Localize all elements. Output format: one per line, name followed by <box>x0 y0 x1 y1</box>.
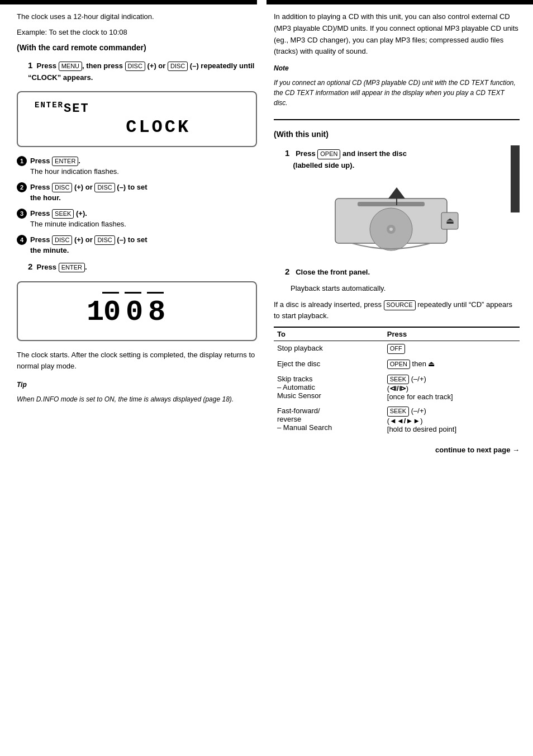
substep2-text: Press DISC (+) or DISC (–) to setthe hou… <box>30 182 147 204</box>
svg-rect-8 <box>358 202 425 206</box>
key-disc-plus: DISC <box>125 62 145 71</box>
top-bar-left <box>0 0 257 4</box>
intro-line1: The clock uses a 12-hour digital indicat… <box>17 11 257 22</box>
svg-rect-6 <box>147 292 164 294</box>
substep2: 2 Press DISC (+) or DISC (–) to setthe h… <box>17 182 257 204</box>
substep3-text: Press SEEK (+). The minute indication fl… <box>30 208 126 230</box>
substep3: 3 Press SEEK (+). The minute indication … <box>17 208 257 230</box>
key-enter-2: ENTER <box>59 263 85 272</box>
tip-label: Tip <box>17 380 257 390</box>
note-label: Note <box>274 63 520 73</box>
skip-symbols: ⧏/⧐ <box>389 384 406 393</box>
right-step1: 1 Press OPEN and insert the disc (labell… <box>274 147 520 171</box>
action-table: To Press Stop playback OFF Eject the dis… <box>274 327 520 436</box>
step2-block: 2 Press ENTER. <box>17 261 257 273</box>
source-note-1: If a disc is already inserted, press <box>274 300 384 309</box>
right-step1-text: 1 Press OPEN and insert the disc (labell… <box>285 147 520 171</box>
intro-line2: Example: To set the clock to 10:08 <box>17 27 257 38</box>
table-row: Fast-forward/reverse– Manual Search SEEK… <box>274 404 520 436</box>
step1-block: 1 Press MENU, then press DISC (+) or DIS… <box>17 59 257 83</box>
row2-to: Eject the disc <box>274 357 384 372</box>
right-step2-text: 2 Close the front panel. <box>285 266 520 278</box>
substep4: 4 Press DISC (+) or DISC (–) to setthe m… <box>17 234 257 256</box>
time-display-svg: 1 0 0 8 <box>81 291 193 324</box>
key-enter-1: ENTER <box>52 157 78 166</box>
step1-number: 1 <box>28 60 32 70</box>
key-disc-2b: DISC <box>94 183 115 192</box>
substep1-text: Press ENTER. The hour indication flashes… <box>30 155 119 177</box>
tip-block: Tip When D.INFO mode is set to ON, the t… <box>17 380 257 404</box>
right-column: In addition to playing a CD with this un… <box>274 11 520 460</box>
step1-text: 1 Press MENU, then press DISC (+) or DIS… <box>28 59 257 83</box>
right-step2: 2 Close the front panel. Playback starts… <box>274 266 520 294</box>
step1-press: Press MENU, then press DISC (+) or DISC … <box>28 62 254 82</box>
substep1: 1 Press ENTER. The hour indication flash… <box>17 155 257 177</box>
source-note: If a disc is already inserted, press SOU… <box>274 299 520 321</box>
key-seek-ff: SEEK <box>387 407 409 416</box>
ff-symbols: ◄◄/►► <box>389 417 420 425</box>
svg-point-11 <box>389 228 393 231</box>
table-row: Stop playback OFF <box>274 341 520 357</box>
substep3-num: 3 <box>17 209 27 219</box>
substep3-sub: The minute indication flashes. <box>30 220 126 228</box>
display-line1: ENTERSET <box>29 101 245 117</box>
continue-line: continue to next page → <box>274 445 520 456</box>
row3-press: SEEK (–/+) (⧏/⧐) [once for each track] <box>384 372 520 404</box>
substep1-sub: The hour indication flashes. <box>30 167 119 176</box>
right-intro: In addition to playing a CD with this un… <box>274 11 520 58</box>
section-heading-left: (With the card remote commander) <box>17 42 257 54</box>
row3-to: Skip tracks– AutomaticMusic Sensor <box>274 372 384 404</box>
key-seek-3: SEEK <box>52 209 74 219</box>
svg-text:⏏: ⏏ <box>446 216 454 225</box>
cd-illustration-container: ⏏ <box>274 176 520 260</box>
substep4-text: Press DISC (+) or DISC (–) to setthe min… <box>30 234 147 256</box>
right-step1-number: 1 <box>285 148 289 158</box>
row1-press: OFF <box>384 341 520 357</box>
key-menu: MENU <box>59 62 82 71</box>
display-time: 1 0 0 8 <box>29 291 245 332</box>
section-heading-right: (With this unit) <box>274 129 520 140</box>
right-step2-sub: Playback starts automatically. <box>291 283 520 294</box>
clock-start-text: The clock starts. After the clock settin… <box>17 349 257 371</box>
left-column: The clock uses a 12-hour digital indicat… <box>17 11 257 409</box>
key-disc-4a: DISC <box>52 235 72 245</box>
black-sidebar <box>511 145 520 212</box>
row4-to: Fast-forward/reverse– Manual Search <box>274 404 384 436</box>
table-row: Skip tracks– AutomaticMusic Sensor SEEK … <box>274 372 520 404</box>
note-text: If you connect an optional CD (MP3 playa… <box>274 78 520 108</box>
row2-press: OPEN then ⏏ <box>384 357 520 372</box>
key-disc-4b: DISC <box>94 235 115 245</box>
row1-to: Stop playback <box>274 341 384 357</box>
key-open-eject: OPEN <box>387 360 410 369</box>
svg-rect-4 <box>125 292 141 294</box>
key-source: SOURCE <box>384 300 416 310</box>
substep2-num: 2 <box>17 182 27 192</box>
key-off: OFF <box>387 344 405 353</box>
svg-text:0: 0 <box>103 296 122 324</box>
row4-press: SEEK (–/+) (◄◄/►►) [hold to desired poin… <box>384 404 520 436</box>
col-header-to: To <box>274 327 384 341</box>
key-seek-skip: SEEK <box>387 375 409 384</box>
page: The clock uses a 12-hour digital indicat… <box>0 0 533 756</box>
right-step2-heading: Close the front panel. <box>296 268 370 276</box>
step2-text: 2 Press ENTER. <box>28 261 257 273</box>
col-header-press: Press <box>384 327 520 341</box>
tip-text: When D.INFO mode is set to ON, the time … <box>17 394 257 404</box>
substep4-num: 4 <box>17 235 27 245</box>
display-1008: 1 0 0 8 <box>17 281 257 341</box>
key-open: OPEN <box>317 149 340 159</box>
table-head: To Press <box>274 327 520 341</box>
key-disc-minus: DISC <box>168 62 188 71</box>
right-step2-number: 2 <box>285 267 289 276</box>
svg-rect-2 <box>102 292 119 294</box>
table-header-row: To Press <box>274 327 520 341</box>
table-body: Stop playback OFF Eject the disc OPEN th… <box>274 341 520 436</box>
substep1-num: 1 <box>17 156 27 166</box>
svg-text:8: 8 <box>148 296 167 324</box>
cd-player-svg: ⏏ <box>324 182 469 254</box>
step2-number: 2 <box>28 262 32 271</box>
svg-marker-14 <box>388 187 405 199</box>
key-disc-2a: DISC <box>52 183 72 192</box>
svg-text:0: 0 <box>126 296 145 324</box>
table-row: Eject the disc OPEN then ⏏ <box>274 357 520 372</box>
